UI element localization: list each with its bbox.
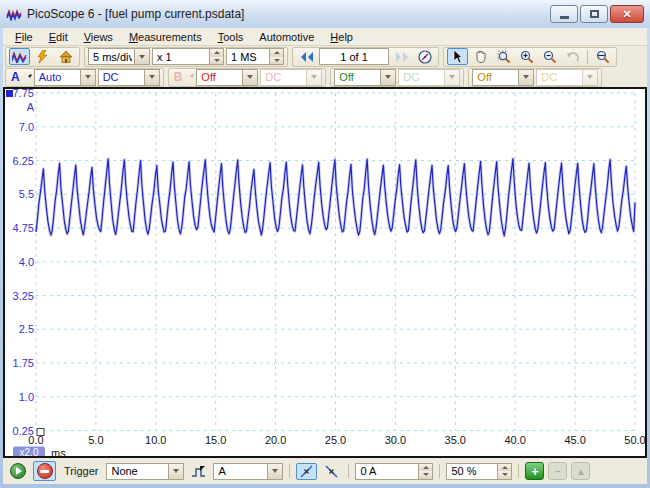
measurement-up-button[interactable]: ▲ — [571, 462, 590, 480]
scope-view-button[interactable] — [9, 48, 30, 65]
channel-a-coupling-select[interactable]: DC — [98, 69, 160, 86]
capture-settings-group: 5 ms/div x 1 1 MS — [84, 47, 288, 67]
home-button[interactable] — [55, 48, 76, 65]
chevron-down-icon[interactable] — [518, 70, 533, 85]
step-down-icon[interactable] — [210, 57, 223, 65]
svg-text:x2.0: x2.0 — [20, 447, 39, 457]
start-button[interactable] — [6, 461, 29, 481]
svg-text:4.0: 4.0 — [19, 256, 34, 268]
menu-item-help[interactable]: Help — [322, 29, 361, 45]
compass-icon — [418, 50, 432, 64]
step-up-icon[interactable] — [419, 464, 432, 472]
zoom-out-button[interactable] — [539, 48, 560, 65]
chevron-down-icon[interactable] — [582, 70, 597, 85]
step-up-icon[interactable] — [210, 49, 223, 57]
menu-item-automotive[interactable]: Automotive — [251, 29, 322, 45]
zoom-in-button[interactable] — [516, 48, 537, 65]
timebase-select[interactable]: 5 ms/div — [88, 48, 150, 65]
channel-d-coupling-select[interactable]: DC — [536, 69, 598, 86]
svg-text:1.75: 1.75 — [13, 357, 34, 369]
separator — [348, 464, 349, 478]
zoom-undo-icon — [566, 51, 579, 63]
menu-item-tools[interactable]: Tools — [210, 29, 252, 45]
remove-measurement-button[interactable]: − — [548, 462, 567, 480]
marquee-zoom-button[interactable] — [493, 48, 514, 65]
channel-d-range-select[interactable]: Off — [472, 69, 534, 86]
window-title: PicoScope 6 - [fuel pump current.psdata] — [27, 7, 550, 21]
channel-c-range-select[interactable]: Off — [334, 69, 396, 86]
menu-item-measurements[interactable]: Measurements — [121, 29, 210, 45]
menu-item-file[interactable]: File — [7, 29, 41, 45]
chevron-down-icon[interactable] — [444, 70, 459, 85]
chevron-down-icon[interactable] — [134, 49, 149, 64]
zoom-undo-button[interactable] — [562, 48, 583, 65]
trigger-mode-select[interactable]: None — [106, 463, 184, 480]
up-arrow-icon: ▲ — [576, 466, 586, 477]
pretrigger-stepper[interactable]: 50 % — [446, 463, 512, 480]
chevron-down-icon[interactable] — [242, 70, 257, 85]
buffer-overview-button[interactable] — [414, 48, 435, 65]
stepper-buttons[interactable] — [209, 49, 223, 64]
channel-b-range-select[interactable]: Off — [196, 69, 258, 86]
step-up-icon[interactable] — [498, 464, 511, 472]
lightning-icon — [37, 50, 48, 63]
trigger-source-select[interactable]: A — [213, 463, 283, 480]
channel-c-coupling-select[interactable]: DC — [398, 69, 460, 86]
menu-item-edit[interactable]: Edit — [41, 29, 76, 45]
falling-edge-button[interactable] — [321, 463, 342, 480]
home-icon — [59, 51, 73, 63]
stop-button[interactable] — [33, 461, 56, 481]
channel-b-coupling-select[interactable]: DC — [260, 69, 322, 86]
zoom-full-button[interactable] — [592, 48, 613, 65]
channel-c-group: Off DC — [330, 68, 464, 87]
stepper-buttons[interactable] — [418, 464, 432, 479]
channel-setup-button[interactable] — [32, 48, 53, 65]
svg-text:25.0: 25.0 — [325, 434, 346, 446]
buffer-prev-button[interactable] — [296, 48, 317, 65]
step-down-icon[interactable] — [419, 471, 432, 479]
pointer-tool-button[interactable] — [447, 48, 468, 65]
buffer-position[interactable]: 1 of 1 — [319, 48, 389, 65]
scope-view-icon — [12, 51, 27, 63]
falling-edge-icon — [325, 465, 338, 478]
menu-item-views[interactable]: Views — [76, 29, 121, 45]
probe-icon — [25, 74, 32, 81]
zoom-factor-stepper[interactable]: x 1 — [152, 48, 224, 65]
chevron-down-icon[interactable] — [267, 464, 282, 479]
maximize-icon — [590, 10, 599, 18]
svg-text:5.0: 5.0 — [88, 434, 103, 446]
close-icon: ✕ — [622, 8, 631, 21]
svg-text:ms: ms — [51, 447, 66, 457]
chevron-down-icon[interactable] — [168, 464, 183, 479]
add-measurement-button[interactable]: + — [525, 462, 544, 480]
chevron-down-icon[interactable] — [380, 70, 395, 85]
svg-text:3.25: 3.25 — [13, 290, 34, 302]
step-down-icon[interactable] — [270, 57, 283, 65]
picoscope-window: PicoScope 6 - [fuel pump current.psdata]… — [0, 0, 650, 488]
separator — [518, 464, 519, 478]
rising-edge-button[interactable] — [296, 463, 317, 480]
pan-tool-button[interactable] — [470, 48, 491, 65]
chevron-down-icon[interactable] — [80, 70, 95, 85]
step-down-icon[interactable] — [498, 471, 511, 479]
chevron-down-icon[interactable] — [144, 70, 159, 85]
waveform-plot[interactable]: 7.757.06.255.54.754.03.252.51.751.00.25A… — [5, 89, 645, 456]
channel-b-group: B Off DC — [168, 68, 327, 87]
stop-icon — [37, 463, 53, 479]
maximize-button[interactable] — [580, 5, 608, 23]
channel-a-range-select[interactable]: Auto — [34, 69, 96, 86]
minimize-button[interactable] — [550, 5, 578, 23]
svg-text:50.0: 50.0 — [624, 434, 645, 446]
chevron-down-icon[interactable] — [306, 70, 321, 85]
buffer-next-button[interactable] — [391, 48, 412, 65]
stepper-buttons[interactable] — [269, 49, 283, 64]
step-up-icon[interactable] — [270, 49, 283, 57]
stepper-buttons[interactable] — [497, 464, 511, 479]
trigger-level-stepper[interactable]: 0 A — [355, 463, 433, 480]
svg-text:10.0: 10.0 — [145, 434, 166, 446]
close-button[interactable]: ✕ — [610, 5, 644, 23]
advanced-trigger-button[interactable] — [188, 463, 209, 480]
samples-stepper[interactable]: 1 MS — [226, 48, 284, 65]
svg-text:1.0: 1.0 — [19, 391, 34, 403]
svg-text:15.0: 15.0 — [205, 434, 226, 446]
